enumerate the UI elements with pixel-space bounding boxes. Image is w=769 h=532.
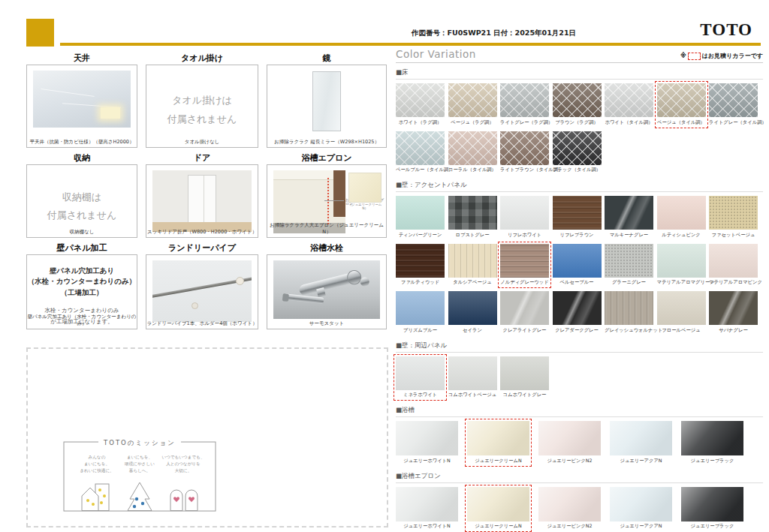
mission-text-1: みんなのまいにちを。きれいに快適に。 <box>80 455 113 473</box>
swatch-label: ジュエリーピンクN2 <box>538 458 601 464</box>
cell-title: 鏡 <box>267 53 387 65</box>
spec-grid: 天井 平天井（抗菌・防カビ仕様）（壁高さH2000） タオル掛け タオル掛けは … <box>26 53 388 334</box>
swatch-row: ティンバーグリーンロブストグレーリフレホワイトリフレブラウンマルキーナグレールテ… <box>396 196 763 239</box>
swatch-label: タルシアベージュ <box>448 279 497 286</box>
red-dashed-box-icon <box>688 53 701 60</box>
color-swatch: ミネラホワイト <box>396 356 445 399</box>
swatch-image <box>709 244 758 278</box>
swatch-label: ティンバーグリーン <box>396 232 445 239</box>
swatch-label: ライトグレー（ラグ調） <box>500 119 549 126</box>
color-swatch: ベルセーブルー <box>553 244 602 287</box>
cell-box: タオル掛けは 付属されません タオル掛けなし <box>146 65 258 148</box>
swatch-row: プリズムブルーセイランクレアライトグレークレアダークグレーグレイッシュウォルナッ… <box>396 291 763 334</box>
swatch-image <box>605 291 653 325</box>
color-swatch: コムホワイトベージュ <box>448 356 497 399</box>
cell-caption: 収納棚なし <box>27 229 137 236</box>
swatch-image <box>605 83 653 117</box>
swatch-image <box>396 244 445 278</box>
color-swatch: ライトグレー（ラグ調） <box>500 83 549 126</box>
swatch-label: サバナグレー <box>709 327 758 334</box>
mission-text-3: いつでもいつまでも、人とのつながりを大切に。 <box>161 455 204 473</box>
swatch-row: ジュエリーホワイトNジュエリークリームNジュエリーピンクN2ジュエリーアクアNジ… <box>396 487 763 530</box>
mirror-photo <box>312 71 341 131</box>
tree-icon <box>128 482 152 511</box>
swatch-image <box>448 291 497 325</box>
color-swatch: ライトグレー（タイル調） <box>709 83 758 126</box>
swatch-image <box>448 244 497 278</box>
cell-title: ドア <box>146 152 258 164</box>
swatch-label: ジュエリーピンクN2 <box>538 523 601 530</box>
swatch-image <box>448 83 497 117</box>
cell-caption: 壁パネル穴加工あり（水栓・カウンターまわりのみ） <box>27 314 137 327</box>
cell-title: ランドリーパイプ <box>146 242 258 254</box>
color-swatch: ジュエリーピンクN2 <box>538 487 601 530</box>
color-swatch: ティンバーグリーン <box>396 196 445 239</box>
color-swatch: クレアダークグレー <box>553 291 602 334</box>
swatch-image <box>448 196 497 230</box>
swatch-image <box>396 421 458 455</box>
swatch-label: ブラウン（ラグ調） <box>553 119 602 126</box>
people-icon <box>170 490 198 511</box>
swatch-label: リフレホワイト <box>500 232 549 239</box>
color-swatch: プリズムブルー <box>396 291 445 334</box>
swatch-label: ルティシュピンク <box>657 232 706 239</box>
laundry-pipe-photo <box>152 260 252 322</box>
mission-text-2: まいにちを、環境にやさしい暮らしへ。 <box>124 455 155 473</box>
cell-wall-panel-processing: 壁パネル加工 壁パネル穴加工あり （水栓・カウンターまわりのみ） （工場加工） … <box>26 242 137 334</box>
swatch-image <box>448 131 497 165</box>
swatch-image <box>467 421 529 455</box>
header-rule <box>396 62 763 63</box>
color-swatch: ライトブラウン（タイル調） <box>500 131 549 174</box>
section-header: ■浴槽 <box>396 404 763 417</box>
wood-pillar <box>333 170 345 217</box>
door-panel <box>188 175 216 224</box>
swatch-label: ホワイト（タイル調） <box>605 119 653 126</box>
cell-caption: ランドリーパイプ1本、ホルダー4個（ホワイト） <box>146 320 258 327</box>
cell-caption: お掃除ラクラク 縦長ミラー（W298×H1025） <box>267 139 386 146</box>
swatch-image <box>500 356 549 390</box>
swatch-image <box>396 356 445 390</box>
swatch-image <box>610 487 672 521</box>
swatch-image <box>538 421 601 455</box>
swatch-image <box>553 131 602 165</box>
cell-title: 収納 <box>26 152 137 164</box>
cell-box: お掃除ラクラク 縦長ミラー（W298×H1025） <box>267 65 387 148</box>
color-swatch: ジュエリーアクアN <box>610 487 672 530</box>
swatch-label: ジュエリーアクアN <box>610 458 672 464</box>
section-header: ■壁：周辺パネル <box>396 339 763 353</box>
swatch-label: コムホワイトベージュ <box>448 392 497 398</box>
swatch-image <box>709 83 758 117</box>
swatch-image <box>396 131 445 165</box>
color-swatch: マテリアルアロマピンク <box>709 244 758 287</box>
cell-box: 壁パネル穴加工あり （水栓・カウンターまわりのみ） （工場加工） 水栓・カウンタ… <box>26 254 137 329</box>
cell-body-text: タオル掛けは 付属されません <box>146 92 258 128</box>
swatch-label: フロールベージュ <box>657 327 706 334</box>
color-swatch: マルキーナグレー <box>605 196 653 239</box>
color-swatch: ジュエリークリームN <box>467 421 529 464</box>
color-swatch: ファルティウッド <box>396 244 445 287</box>
swatch-row: ファルティウッドタルシアベージュノルディグレーウッドベルセーブルーグラーニグレー… <box>396 244 763 287</box>
swatch-row: ジュエリーホワイトNジュエリークリームNジュエリーピンクN2ジュエリーアクアNジ… <box>396 421 763 464</box>
color-swatch: セイラン <box>448 291 497 334</box>
swatch-label: ジュエリークリームN <box>467 458 529 464</box>
swatch-label: グラーニグレー <box>605 279 653 286</box>
color-variation-sections: ■床ホワイト（ラグ調）ベージュ（ラグ調）ライトグレー（ラグ調）ブラウン（ラグ調）… <box>396 66 763 530</box>
door-photo <box>152 170 252 232</box>
swatch-image <box>681 421 743 455</box>
cell-towel-bar: タオル掛け タオル掛けは 付属されません タオル掛けなし <box>146 53 258 152</box>
toto-logo: TOTO <box>700 20 752 40</box>
cell-caption: 平天井（抗菌・防カビ仕様）（壁高さH2000） <box>27 139 137 146</box>
cell-mirror: 鏡 お掃除ラクラク 縦長ミラー（W298×H1025） <box>267 53 387 152</box>
color-swatch: ブラウン（ラグ調） <box>553 83 602 126</box>
cell-caption: スッキリドア折戸（W800・H2000・ホワイト） <box>146 229 258 236</box>
swatch-label: ミネラホワイト <box>396 392 445 398</box>
swatch-image <box>657 244 706 278</box>
cell-caption: タオル掛けなし <box>146 139 258 146</box>
ceiling-light <box>101 107 120 119</box>
swatch-image <box>500 291 549 325</box>
color-swatch: ペールブルー（タイル調） <box>396 131 445 174</box>
color-swatch: ホワイト（ラグ調） <box>396 83 445 126</box>
cell-laundry-pipe: ランドリーパイプ ランドリーパイプ1本、ホルダー4個（ホワイト） <box>146 242 258 334</box>
swatch-image <box>605 196 653 230</box>
cell-box: スッキリドア折戸（W800・H2000・ホワイト） <box>146 164 258 238</box>
